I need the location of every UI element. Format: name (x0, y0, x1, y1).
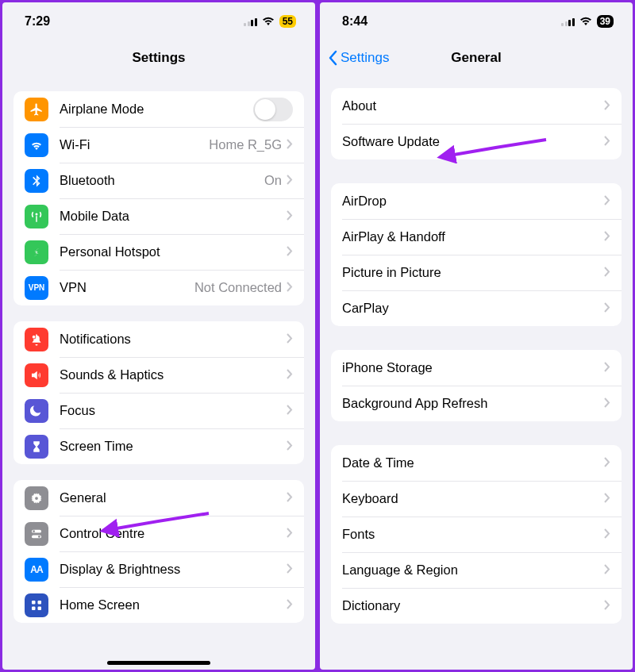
row-personal-hotspot[interactable]: Personal Hotspot (13, 234, 304, 270)
back-label: Settings (341, 50, 389, 66)
row-airplay-handoff[interactable]: AirPlay & Handoff (331, 219, 622, 255)
row-label: Personal Hotspot (60, 244, 287, 259)
page-title: General (451, 50, 501, 66)
chevron-right-icon (287, 527, 293, 541)
settings-group-notifications: Notifications Sounds & Haptics Focus Scr… (13, 321, 304, 464)
row-label: VPN (60, 280, 194, 295)
row-about[interactable]: About (331, 88, 622, 124)
row-general[interactable]: General (13, 480, 304, 516)
row-wifi[interactable]: Wi-Fi Home R_5G (13, 127, 304, 163)
row-carplay[interactable]: CarPlay (331, 290, 622, 326)
bluetooth-icon (25, 169, 48, 193)
chevron-right-icon (287, 281, 293, 295)
row-focus[interactable]: Focus (13, 393, 304, 428)
status-bar: 8:44 39 (320, 2, 633, 40)
row-keyboard[interactable]: Keyboard (331, 481, 622, 516)
chevron-right-icon (287, 368, 293, 382)
chevron-right-icon (604, 301, 610, 316)
row-label: Language & Region (342, 563, 604, 578)
svg-point-6 (38, 536, 40, 538)
row-home-screen[interactable]: Home Screen (13, 587, 304, 623)
wifi-icon (25, 133, 48, 157)
switches-icon (25, 522, 48, 546)
svg-rect-8 (38, 601, 42, 605)
general-group-about: About Software Update (331, 88, 622, 159)
row-label: CarPlay (342, 301, 604, 316)
row-label: AirPlay & Handoff (342, 229, 604, 244)
row-bluetooth[interactable]: Bluetooth On (13, 163, 304, 198)
settings-group-general: General Control Centre AA Display & Brig… (13, 480, 304, 623)
bell-icon (25, 328, 48, 351)
chevron-right-icon (604, 230, 610, 244)
nav-header: Settings General (320, 40, 633, 75)
chevron-right-icon (604, 397, 610, 411)
chevron-right-icon (287, 245, 293, 259)
status-time: 7:29 (25, 14, 50, 29)
moon-icon (25, 399, 48, 423)
chevron-right-icon (604, 492, 610, 506)
general-screen: 8:44 39 Settings General About Software … (320, 2, 633, 670)
chevron-right-icon (604, 135, 610, 149)
aa-icon: AA (25, 558, 48, 582)
battery-indicator: 39 (597, 15, 614, 28)
chevron-right-icon (287, 598, 293, 612)
row-value: Not Connected (194, 280, 282, 295)
row-label: Sounds & Haptics (60, 367, 287, 382)
row-airdrop[interactable]: AirDrop (331, 183, 622, 219)
row-mobile-data[interactable]: Mobile Data (13, 198, 304, 234)
row-software-update[interactable]: Software Update (331, 124, 622, 159)
chevron-right-icon (287, 491, 293, 505)
wifi-icon (262, 17, 275, 26)
row-label: Home Screen (60, 597, 287, 612)
row-label: Background App Refresh (342, 396, 604, 411)
row-iphone-storage[interactable]: iPhone Storage (331, 350, 622, 386)
chevron-right-icon (604, 456, 610, 470)
chevron-right-icon (287, 174, 293, 188)
row-background-app-refresh[interactable]: Background App Refresh (331, 386, 622, 421)
row-label: Notifications (60, 332, 287, 347)
battery-indicator: 55 (279, 15, 296, 28)
chevron-right-icon (604, 599, 610, 613)
row-label: Bluetooth (60, 173, 264, 188)
row-sounds-haptics[interactable]: Sounds & Haptics (13, 357, 304, 393)
chevron-right-icon (604, 361, 610, 375)
settings-list[interactable]: Airplane Mode Wi-Fi Home R_5G Bluetooth … (2, 75, 315, 670)
status-bar: 7:29 55 (2, 2, 315, 40)
svg-rect-1 (33, 335, 36, 338)
status-time: 8:44 (342, 14, 368, 29)
settings-group-connectivity: Airplane Mode Wi-Fi Home R_5G Bluetooth … (13, 91, 304, 305)
chevron-right-icon (604, 194, 610, 209)
row-label: About (342, 98, 604, 113)
row-label: Focus (60, 403, 287, 418)
chevron-right-icon (287, 138, 293, 152)
cellular-signal-icon (561, 17, 575, 26)
row-value: On (264, 173, 282, 188)
row-notifications[interactable]: Notifications (13, 321, 304, 357)
chevron-right-icon (604, 99, 610, 113)
row-date-time[interactable]: Date & Time (331, 445, 622, 481)
row-label: Mobile Data (60, 209, 287, 224)
row-label: iPhone Storage (342, 360, 604, 375)
airplane-toggle[interactable] (253, 98, 293, 121)
row-display-brightness[interactable]: AA Display & Brightness (13, 551, 304, 587)
svg-point-4 (33, 530, 35, 532)
row-language-region[interactable]: Language & Region (331, 552, 622, 588)
general-list[interactable]: About Software Update AirDrop AirPlay & … (320, 75, 633, 670)
wifi-icon (579, 17, 592, 26)
back-button[interactable]: Settings (328, 50, 389, 66)
row-screen-time[interactable]: Screen Time (13, 428, 304, 464)
svg-rect-10 (38, 606, 42, 610)
row-control-centre[interactable]: Control Centre (13, 516, 304, 551)
row-airplane-mode[interactable]: Airplane Mode (13, 91, 304, 127)
row-dictionary[interactable]: Dictionary (331, 588, 622, 624)
row-label: Control Centre (60, 526, 287, 541)
home-indicator[interactable] (107, 661, 210, 665)
row-picture-in-picture[interactable]: Picture in Picture (331, 255, 622, 290)
antenna-icon (25, 205, 48, 228)
row-label: Display & Brightness (60, 562, 287, 577)
row-label: Dictionary (342, 598, 604, 613)
gear-icon (25, 486, 48, 510)
row-fonts[interactable]: Fonts (331, 516, 622, 552)
row-vpn[interactable]: VPN VPN Not Connected (13, 270, 304, 305)
chevron-right-icon (604, 266, 610, 280)
